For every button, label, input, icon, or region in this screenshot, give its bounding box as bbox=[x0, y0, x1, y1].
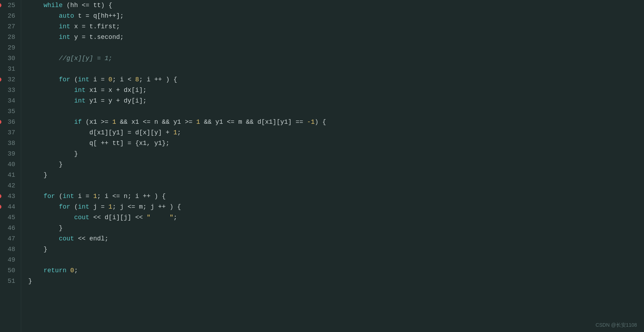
code-token: int bbox=[74, 87, 86, 94]
code-token: } bbox=[59, 225, 63, 232]
code-token: int bbox=[59, 23, 70, 30]
code-line: cout << d[i][j] << " "; bbox=[28, 212, 644, 223]
code-token: 1 bbox=[93, 193, 97, 200]
code-token: return bbox=[43, 267, 66, 274]
code-token: 1 bbox=[109, 203, 112, 210]
code-token bbox=[28, 140, 89, 147]
code-token: 0 bbox=[109, 76, 112, 83]
code-token: 0 bbox=[70, 267, 74, 274]
code-token: x = t.first; bbox=[70, 23, 120, 30]
watermark: CSDN @长安1108 bbox=[596, 322, 637, 328]
code-token: ; i <= n; i ++ ) { bbox=[97, 193, 165, 200]
line-number: 27 bbox=[0, 21, 18, 32]
code-token bbox=[28, 193, 43, 200]
code-token: int bbox=[78, 76, 89, 83]
line-number: 42 bbox=[0, 180, 18, 191]
code-line bbox=[28, 180, 644, 191]
code-line: } bbox=[28, 244, 644, 255]
code-token bbox=[28, 161, 59, 168]
line-number: 50 bbox=[0, 265, 18, 276]
code-token: int bbox=[59, 34, 70, 41]
code-token bbox=[28, 214, 74, 221]
code-line: q[ ++ tt] = {x1, y1}; bbox=[28, 138, 644, 148]
code-token bbox=[28, 171, 43, 179]
code-token: -1 bbox=[307, 118, 315, 126]
code-line: } bbox=[28, 159, 644, 170]
code-token: << endl; bbox=[74, 235, 109, 242]
code-token bbox=[28, 12, 59, 19]
code-token bbox=[28, 225, 59, 232]
breakpoint-icon[interactable] bbox=[0, 3, 1, 7]
code-token bbox=[28, 235, 59, 242]
code-token: && y1 <= m && d[x1][y1] == bbox=[200, 118, 307, 126]
line-number: 36 bbox=[0, 117, 18, 127]
line-number: 32 bbox=[0, 74, 18, 85]
line-number: 39 bbox=[0, 148, 18, 159]
code-line bbox=[28, 64, 644, 74]
code-line: if (x1 >= 1 && x1 <= n && y1 >= 1 && y1 … bbox=[28, 117, 644, 127]
code-token: i = bbox=[89, 76, 109, 83]
breakpoint-icon[interactable] bbox=[0, 205, 1, 209]
code-line: cout << endl; bbox=[28, 233, 644, 244]
line-number: 48 bbox=[0, 244, 18, 255]
code-token: ( bbox=[55, 193, 63, 200]
code-token: (x1 >= bbox=[82, 118, 112, 126]
code-token bbox=[28, 267, 43, 274]
code-token: int bbox=[63, 193, 74, 200]
code-token: ( bbox=[70, 76, 78, 83]
code-token bbox=[28, 23, 59, 30]
line-number: 40 bbox=[0, 159, 18, 170]
code-token: << d[i][j] << bbox=[89, 214, 147, 221]
code-token: //g[x][y] = 1; bbox=[59, 55, 112, 62]
line-number: 43 bbox=[0, 191, 18, 202]
code-token: && x1 <= n && y1 >= bbox=[116, 118, 196, 126]
line-number: 33 bbox=[0, 85, 18, 95]
code-token bbox=[28, 2, 43, 9]
code-token: for bbox=[43, 193, 55, 200]
code-token: } bbox=[28, 278, 32, 285]
code-editor: 2526272829303132333435363738394041424344… bbox=[0, 0, 644, 332]
code-token: int bbox=[74, 97, 86, 104]
code-line bbox=[28, 255, 644, 265]
code-content: while (hh <= tt) { auto t = q[hh++]; int… bbox=[21, 0, 644, 332]
code-token: y1 = y + dy[i]; bbox=[86, 97, 147, 104]
code-token bbox=[28, 150, 74, 157]
line-number: 46 bbox=[0, 223, 18, 233]
code-token: ) { bbox=[315, 118, 326, 126]
code-token: ; i ++ ) { bbox=[139, 76, 177, 83]
code-token: 8 bbox=[135, 76, 139, 83]
code-token: (hh <= tt) { bbox=[63, 2, 112, 9]
code-token: q[ ++ tt] = {x1, y1}; bbox=[89, 140, 170, 147]
code-line: for (int i = 1; i <= n; i ++ ) { bbox=[28, 191, 644, 202]
line-number: 30 bbox=[0, 53, 18, 64]
breakpoint-icon[interactable] bbox=[0, 120, 1, 124]
code-line: int y = t.second; bbox=[28, 32, 644, 42]
line-number: 34 bbox=[0, 95, 18, 106]
code-token: for bbox=[59, 203, 70, 210]
line-number: 47 bbox=[0, 233, 18, 244]
code-line bbox=[28, 42, 644, 53]
code-line: int x = t.first; bbox=[28, 21, 644, 32]
code-token bbox=[28, 203, 59, 210]
code-token: int bbox=[78, 203, 89, 210]
code-line: return 0; bbox=[28, 265, 644, 276]
code-token: ; bbox=[74, 267, 78, 274]
code-token: i = bbox=[74, 193, 93, 200]
line-number: 25 bbox=[0, 0, 18, 11]
line-number: 35 bbox=[0, 106, 18, 117]
code-token: ; bbox=[174, 214, 177, 221]
code-token bbox=[28, 118, 74, 126]
code-token: auto bbox=[59, 12, 74, 19]
code-token: } bbox=[43, 246, 47, 253]
breakpoint-icon[interactable] bbox=[0, 77, 1, 82]
code-token: y = t.second; bbox=[70, 34, 124, 41]
code-token bbox=[28, 129, 89, 136]
code-token bbox=[28, 87, 74, 94]
code-token: ; bbox=[177, 129, 181, 136]
code-line bbox=[28, 106, 644, 117]
code-token: ; i < bbox=[112, 76, 135, 83]
code-line: //g[x][y] = 1; bbox=[28, 53, 644, 64]
line-number: 41 bbox=[0, 170, 18, 180]
code-token: while bbox=[43, 2, 63, 9]
breakpoint-icon[interactable] bbox=[0, 194, 1, 198]
